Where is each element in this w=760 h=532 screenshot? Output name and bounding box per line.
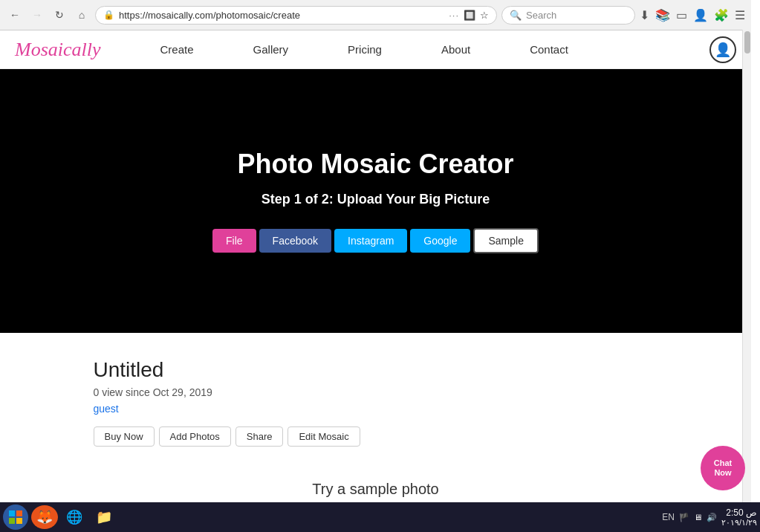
taskbar-explorer[interactable]: 📁: [91, 505, 117, 529]
add-photos-button[interactable]: Add Photos: [159, 426, 231, 447]
nav-link-gallery[interactable]: Gallery: [224, 30, 319, 69]
share-button[interactable]: Share: [236, 426, 284, 447]
nav-link-create[interactable]: Create: [131, 30, 224, 69]
site-logo[interactable]: Mosaically: [15, 39, 101, 61]
hero-title: Photo Mosaic Creator: [237, 149, 513, 180]
user-account-icon[interactable]: 👤: [709, 36, 736, 63]
download-icon[interactable]: ⬇: [640, 8, 649, 22]
facebook-upload-button[interactable]: Facebook: [259, 229, 331, 253]
taskbar-right: EN 🏴 🖥 🔊 2:50 ص ٢٠١٩/١/٢٩: [662, 507, 757, 528]
nav-links: Create Gallery Pricing About Contact: [131, 30, 709, 69]
hero-subtitle: Step 1 of 2: Upload Your Big Picture: [262, 192, 490, 207]
menu-icon[interactable]: ☰: [735, 8, 745, 22]
hero-section: Photo Mosaic Creator Step 1 of 2: Upload…: [0, 69, 751, 333]
scrollbar-thumb[interactable]: [744, 31, 750, 53]
url-text: https://mosaically.com/photomosaic/creat…: [119, 10, 444, 21]
taskbar-time-value: 2:50 ص: [721, 507, 757, 518]
taskbar-firefox[interactable]: 🦊: [31, 505, 58, 529]
pocket-icon: 🔲: [464, 10, 475, 21]
svg-rect-1: [16, 510, 22, 516]
back-button[interactable]: ←: [6, 6, 24, 24]
site-navigation: Mosaically Create Gallery Pricing About …: [0, 30, 751, 69]
chat-line1: Chat: [714, 458, 732, 468]
taskbar-volume-icon: 🔊: [707, 513, 717, 522]
scrollbar[interactable]: [742, 30, 751, 532]
taskbar-clock: 2:50 ص ٢٠١٩/١/٢٩: [721, 507, 757, 528]
edit-mosaic-button[interactable]: Edit Mosaic: [288, 426, 360, 447]
sample-section: Try a sample photo: [0, 473, 751, 505]
mosaic-title: Untitled: [94, 358, 658, 382]
file-upload-button[interactable]: File: [212, 229, 256, 253]
reload-button[interactable]: ↻: [51, 6, 68, 24]
svg-rect-3: [16, 518, 22, 524]
sample-button[interactable]: Sample: [473, 228, 538, 253]
browser-action-icons: ⬇ 📚 ▭ 👤 🧩 ☰: [640, 8, 745, 22]
mosaic-meta: 0 view since Oct 29, 2019: [94, 386, 658, 398]
svg-rect-0: [9, 510, 15, 516]
taskbar-monitor-icon: 🖥: [694, 513, 702, 522]
search-bar[interactable]: 🔍 Search: [501, 6, 635, 25]
search-placeholder: Search: [526, 10, 556, 21]
mosaic-user[interactable]: guest: [94, 403, 658, 415]
nav-link-about[interactable]: About: [412, 30, 500, 69]
start-button[interactable]: [3, 505, 28, 530]
lock-icon: 🔒: [103, 10, 114, 20]
taskbar-flag-icon: 🏴: [679, 513, 689, 522]
search-icon: 🔍: [510, 10, 522, 21]
address-bar[interactable]: 🔒 https://mosaically.com/photomosaic/cre…: [95, 6, 497, 25]
mosaic-content-area: Untitled 0 view since Oct 29, 2019 guest…: [71, 340, 681, 473]
chat-now-button[interactable]: Chat Now: [701, 446, 745, 490]
svg-rect-2: [9, 518, 15, 524]
sidebar-icon[interactable]: ▭: [676, 8, 687, 22]
chat-line2: Now: [714, 468, 731, 478]
home-button[interactable]: ⌂: [73, 6, 91, 24]
taskbar-date-value: ٢٠١٩/١/٢٩: [721, 518, 757, 528]
upload-buttons: File Facebook Instagram Google Sample: [212, 228, 539, 253]
nav-link-pricing[interactable]: Pricing: [318, 30, 412, 69]
taskbar-chrome[interactable]: 🌐: [61, 505, 88, 529]
library-icon[interactable]: 📚: [655, 8, 670, 22]
forward-button[interactable]: →: [28, 6, 46, 24]
star-icon: ☆: [480, 10, 489, 21]
more-icon: ···: [449, 10, 459, 21]
taskbar: 🦊 🌐 📁 EN 🏴 🖥 🔊 2:50 ص ٢٠١٩/١/٢٩: [0, 502, 760, 532]
instagram-upload-button[interactable]: Instagram: [334, 229, 407, 253]
sample-section-label: Try a sample photo: [312, 481, 438, 497]
google-upload-button[interactable]: Google: [410, 229, 470, 253]
action-buttons: Buy Now Add Photos Share Edit Mosaic: [94, 426, 658, 447]
buy-now-button[interactable]: Buy Now: [94, 426, 155, 447]
nav-link-contact[interactable]: Contact: [500, 30, 598, 69]
taskbar-lang: EN: [662, 512, 675, 522]
extensions-icon[interactable]: 🧩: [714, 8, 729, 22]
account-icon[interactable]: 👤: [693, 8, 708, 22]
